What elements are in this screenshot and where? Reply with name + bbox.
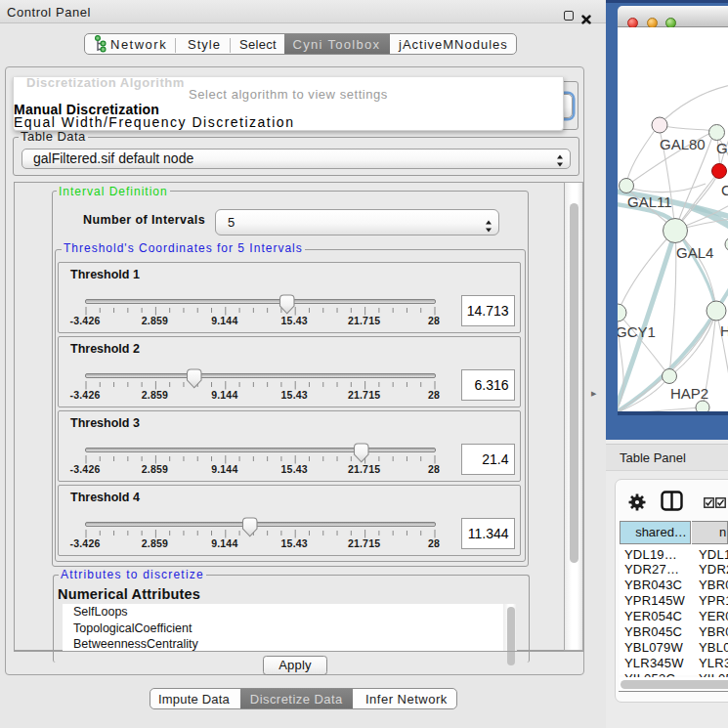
svg-text:GAL80: GAL80 bbox=[660, 136, 706, 152]
svg-text:GCY1: GCY1 bbox=[618, 323, 656, 340]
svg-text:GAL11: GAL11 bbox=[627, 193, 672, 210]
svg-text:H: H bbox=[720, 322, 728, 339]
svg-text:HAP2: HAP2 bbox=[670, 385, 708, 402]
svg-text:GAL: GAL bbox=[716, 140, 728, 156]
svg-text:GAL4: GAL4 bbox=[676, 244, 713, 261]
svg-text:C: C bbox=[721, 182, 728, 198]
